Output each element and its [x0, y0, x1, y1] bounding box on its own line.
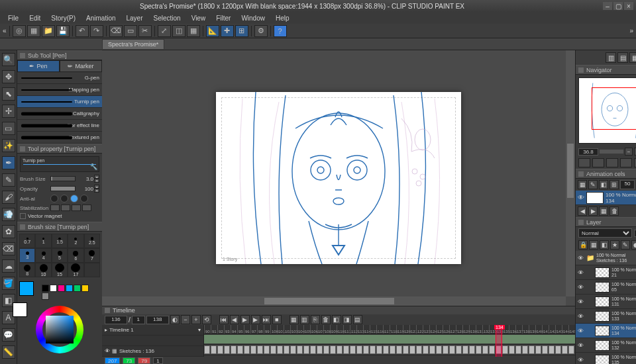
size-preset-15[interactable]: 15 [52, 263, 68, 277]
layer-ref[interactable]: ★ [610, 240, 619, 250]
layer-row[interactable]: 👁100 % Normal132 [576, 338, 636, 353]
pen-turnip-pen[interactable]: Turnip pen [17, 96, 102, 108]
tl-newtrack-button[interactable]: ▥ [300, 315, 309, 324]
size-preset-3[interactable]: 3 [19, 248, 35, 263]
brush-tool-icon[interactable]: 🖌 [2, 191, 15, 204]
tl-extra3-button[interactable]: ▤ [353, 315, 362, 324]
pen-g-pen[interactable]: G-pen [17, 72, 102, 84]
layer-draft[interactable]: ✎ [621, 240, 630, 250]
marquee-tool-icon[interactable]: ▭ [2, 122, 15, 135]
scale-button[interactable]: ⤢ [158, 25, 171, 37]
subtool-tab-pen[interactable]: ✒ Pen [17, 60, 60, 72]
menu-story(p)[interactable]: Story(P) [46, 13, 81, 23]
collapse-right-icon[interactable]: » [629, 27, 633, 34]
color-chip[interactable] [42, 293, 49, 300]
blend-mode-select[interactable]: Normal [578, 228, 632, 238]
foot-chip-4[interactable]: 1 [153, 357, 162, 364]
tl-copy-button[interactable]: ⎘ [311, 315, 320, 324]
zoom-slider[interactable] [600, 150, 623, 154]
maximize-button[interactable]: ▢ [613, 2, 623, 10]
opacity-slider[interactable] [50, 186, 76, 191]
eye-icon[interactable]: 👁 [578, 328, 584, 334]
total-frame-input[interactable]: 1 [132, 316, 145, 324]
horizontal-scrollbar[interactable] [102, 296, 566, 306]
layer-row[interactable]: 👁100 % Normal134 [576, 324, 636, 338]
stab-3[interactable] [72, 205, 81, 211]
document-tab[interactable]: Spectra's Promise* [102, 39, 164, 49]
layer-folder[interactable]: 👁 📁 100 % NormalSketches : 136 [576, 251, 636, 265]
toolprop-settings-icon[interactable]: 🔧 [90, 163, 97, 170]
current-frame-input[interactable]: 136 [105, 316, 127, 324]
operation-tool-icon[interactable]: ⬉ [2, 87, 15, 101]
size-preset-5[interactable]: 5 [52, 248, 68, 263]
layer-lock-all[interactable]: 🔒 [578, 240, 588, 250]
balloon-tool-icon[interactable]: 💬 [2, 328, 15, 341]
aa-option-2[interactable] [60, 195, 68, 203]
pen-textured-pen[interactable]: Textured pen [17, 132, 102, 144]
open-file-button[interactable]: 📁 [42, 25, 55, 37]
clip-studio-icon[interactable]: ◎ [13, 25, 26, 37]
delete-button[interactable]: ⌫ [109, 25, 123, 37]
cel-btn-3[interactable]: ◧ [599, 180, 608, 189]
eye-icon[interactable]: 👁 [578, 255, 584, 261]
minimize-button[interactable]: – [603, 2, 612, 10]
aa-option-3[interactable] [70, 195, 78, 203]
aa-option-1[interactable] [50, 195, 58, 203]
tl-zoom-in-button[interactable]: + [191, 315, 201, 324]
nav-flip-h[interactable] [620, 158, 632, 167]
cel-btn-2[interactable]: ✎ [588, 180, 598, 189]
quick-access-1[interactable]: ▥ [606, 52, 616, 63]
color-chip[interactable] [58, 285, 65, 292]
decoration-tool-icon[interactable]: ✿ [2, 225, 15, 238]
cel-nav-next[interactable]: ▶ [588, 206, 598, 216]
cel-nav-prev[interactable]: ◀ [578, 206, 587, 216]
eraser-tool-icon[interactable]: ⌫ [2, 242, 15, 255]
subtool-tab-marker[interactable]: ✏ Marker [60, 60, 102, 72]
layer-row[interactable]: 👁100 % Normal21 [576, 265, 636, 280]
menu-edit[interactable]: Edit [24, 13, 46, 23]
eye-icon[interactable]: 👁 [578, 357, 584, 363]
timeline-track-header[interactable]: ▸Timeline 1▾ [102, 325, 203, 336]
tl-prev-button[interactable]: ◀ [230, 315, 239, 324]
layer-row[interactable]: 👁100 % Normal133 [576, 309, 636, 324]
grid-button[interactable]: ▦ [187, 25, 200, 37]
color-chip[interactable] [66, 285, 73, 292]
foot-chip-1[interactable]: 207 [105, 357, 120, 364]
menu-help[interactable]: Help [270, 13, 295, 23]
size-preset-4[interactable]: 4 [35, 248, 51, 263]
color-wheel[interactable] [17, 304, 102, 356]
size-preset-7[interactable]: 7 [84, 248, 100, 263]
canvas-viewport[interactable]: 1 Story [102, 50, 575, 306]
tl-zoom-out-button[interactable]: − [181, 315, 190, 324]
color-chip[interactable] [74, 285, 81, 292]
nav-rotate-reset[interactable] [592, 158, 604, 167]
color-chip[interactable] [50, 285, 57, 292]
vector-magnet-checkbox[interactable] [20, 213, 26, 219]
cel-btn-4[interactable]: ⊞ [610, 180, 619, 189]
eye-icon[interactable]: 👁 [578, 284, 584, 291]
foreground-color[interactable] [19, 281, 34, 296]
tl-delete-button[interactable]: 🗑 [321, 315, 331, 324]
pen-mapping-pen[interactable]: Mapping pen [17, 84, 102, 96]
help-button[interactable]: ? [274, 25, 287, 37]
brush-size-down[interactable]: ▾ [94, 179, 99, 183]
cel-count[interactable]: 50 [620, 180, 635, 189]
crop-button[interactable]: ✂ [138, 25, 152, 37]
snap-grid-button[interactable]: ⊞ [235, 25, 248, 37]
size-preset-10[interactable]: 10 [35, 263, 51, 277]
tl-next-button[interactable]: ▶ [251, 315, 260, 324]
eye-icon[interactable]: 👁 [578, 298, 584, 305]
pen-tool-icon[interactable]: ✒ [2, 156, 15, 169]
size-preset-17[interactable]: 17 [68, 263, 83, 277]
layer-clip[interactable]: ◧ [600, 240, 609, 250]
nav-rotate-left[interactable] [578, 158, 590, 167]
brush-size-slider[interactable] [50, 176, 76, 181]
menu-selection[interactable]: Selection [148, 13, 186, 23]
eye-icon[interactable]: 👁 [578, 194, 584, 201]
snap-ruler-button[interactable]: 📐 [206, 25, 219, 37]
deselect-button[interactable]: ▭ [124, 25, 137, 37]
preferences-button[interactable]: ⚙ [254, 25, 268, 37]
wand-tool-icon[interactable]: ✨ [2, 139, 15, 152]
collapse-left-icon[interactable]: « [3, 27, 7, 34]
pen-calligraphy[interactable]: Calligraphy [17, 108, 102, 120]
